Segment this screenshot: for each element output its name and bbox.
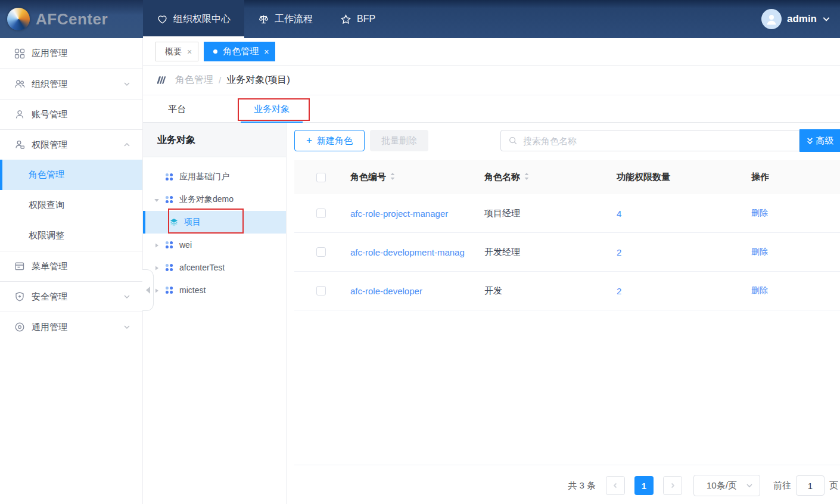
sort-icon[interactable]	[390, 172, 396, 182]
batch-delete-button[interactable]: 批量删除	[370, 130, 428, 151]
double-chevron-down-icon	[806, 136, 814, 145]
sidebar-item-security-management[interactable]: 安全管理	[0, 281, 142, 312]
sidebar-item-general-management[interactable]: 通用管理	[0, 312, 142, 342]
nav-item-org-permission-center[interactable]: 组织权限中心	[143, 0, 244, 38]
perm-count-link[interactable]: 4	[617, 209, 751, 219]
caret-down-icon[interactable]	[153, 196, 160, 203]
brand-name: AFCenter	[36, 10, 108, 29]
target-icon	[14, 322, 25, 332]
breadcrumb: 角色管理 / 业务对象(项目)	[143, 66, 840, 95]
star-icon	[340, 14, 351, 25]
chevron-down-icon	[123, 323, 130, 331]
caret-right-icon[interactable]	[153, 264, 160, 271]
tab-role-management[interactable]: 角色管理 ×	[204, 42, 275, 61]
role-name: 项目经理	[484, 208, 617, 219]
subtab-platform[interactable]: 平台	[155, 95, 199, 122]
sidebar-item-org-management[interactable]: 组织管理	[0, 69, 142, 99]
column-header-role-name[interactable]: 角色名称	[484, 172, 520, 183]
chevron-down-icon	[123, 293, 130, 300]
perm-count-link[interactable]: 2	[617, 247, 751, 257]
sidebar-item-role-management[interactable]: 角色管理	[0, 160, 142, 190]
column-header-role-code[interactable]: 角色编号	[350, 172, 386, 183]
breadcrumb-parent[interactable]: 角色管理	[175, 74, 213, 86]
row-checkbox[interactable]	[316, 209, 326, 218]
sidebar-item-app-management[interactable]: 应用管理	[0, 38, 142, 69]
close-icon[interactable]: ×	[187, 48, 192, 56]
app-grid-icon	[14, 48, 25, 59]
caret-right-icon[interactable]	[153, 287, 160, 294]
scope-tabs: 平台 业务对象	[143, 95, 840, 123]
role-search-box	[500, 130, 799, 151]
table-toolbar: + 新建角色 批量删除 高级	[294, 130, 840, 152]
page-size-select[interactable]: 10条/页	[693, 475, 760, 496]
role-table-panel: + 新建角色 批量删除 高级 角色编号	[287, 123, 840, 504]
chevron-right-icon	[669, 482, 676, 489]
caret-spacer	[153, 173, 160, 181]
tree-item-business-object-demo[interactable]: 业务对象demo	[143, 188, 286, 211]
role-name: 开发	[484, 285, 617, 297]
column-header-perm-count: 功能权限数量	[617, 172, 670, 183]
main-area: 概要 × 角色管理 × 角色管理 / 业务对象(项目) 平台 业务对象	[143, 38, 840, 504]
sidebar-collapse-handle[interactable]	[142, 269, 154, 311]
layers-icon	[169, 217, 179, 227]
advanced-search-button[interactable]: 高级	[799, 129, 840, 152]
close-icon[interactable]: ×	[264, 48, 269, 56]
app-logo-icon	[7, 8, 30, 30]
pagination-divider	[294, 465, 840, 465]
app-dots-icon	[164, 240, 174, 250]
total-count: 共 3 条	[568, 480, 596, 491]
search-input[interactable]	[523, 136, 799, 146]
top-navbar: AFCenter 组织权限中心 工作流程 BFP admin	[0, 0, 840, 38]
avatar	[761, 9, 782, 29]
chevron-up-icon	[123, 141, 130, 148]
top-nav-menu: 组织权限中心 工作流程 BFP	[143, 0, 389, 38]
chevron-down-icon	[822, 15, 830, 23]
nav-item-label: 组织权限中心	[173, 13, 231, 26]
role-name: 开发经理	[484, 247, 617, 258]
sidebar-item-permission-query[interactable]: 权限查询	[0, 190, 142, 220]
select-all-checkbox[interactable]	[316, 173, 326, 182]
chevron-down-icon	[746, 482, 753, 489]
goto-label: 前往	[773, 480, 791, 491]
tree-item-wei[interactable]: wei	[143, 234, 286, 256]
delete-link[interactable]: 删除	[751, 208, 840, 219]
nav-item-workflow[interactable]: 工作流程	[244, 0, 326, 38]
sidebar-item-account-management[interactable]: 账号管理	[0, 99, 142, 129]
sort-icon[interactable]	[524, 172, 530, 182]
nav-item-label: BFP	[357, 14, 375, 24]
delete-link[interactable]: 删除	[751, 285, 840, 296]
active-dot-icon	[213, 49, 217, 54]
caret-right-icon[interactable]	[153, 241, 160, 248]
page-number-current[interactable]: 1	[634, 476, 654, 495]
goto-page-input[interactable]	[796, 475, 825, 496]
tree-item-afcentertest[interactable]: afcenterTest	[143, 256, 286, 279]
sidebar-item-permission-adjust[interactable]: 权限调整	[0, 220, 142, 251]
plus-icon: +	[306, 135, 312, 147]
next-page-button[interactable]	[663, 476, 682, 495]
heart-icon	[157, 14, 168, 25]
row-checkbox[interactable]	[316, 286, 326, 295]
tab-overview[interactable]: 概要 ×	[155, 42, 198, 61]
pagination: 共 3 条 1 10条/页 前往 页	[568, 473, 838, 498]
tree-item-app-base-portal[interactable]: 应用基础门户	[143, 166, 286, 188]
prev-page-button[interactable]	[606, 476, 625, 495]
perm-count-link[interactable]: 2	[617, 286, 751, 296]
breadcrumb-separator: /	[219, 75, 221, 85]
sidebar-item-permission-management[interactable]: 权限管理	[0, 129, 142, 160]
chevron-down-icon	[123, 80, 130, 88]
delete-link[interactable]: 删除	[751, 247, 840, 257]
tree-item-mictest[interactable]: mictest	[143, 279, 286, 301]
nav-item-bfp[interactable]: BFP	[326, 0, 389, 38]
role-code-link[interactable]: afc-role-development-manag	[350, 247, 484, 257]
role-code-link[interactable]: afc-role-developer	[350, 286, 484, 296]
role-code-link[interactable]: afc-role-project-manager	[350, 209, 484, 219]
tree-item-project[interactable]: 项目	[143, 211, 286, 234]
new-role-button[interactable]: + 新建角色	[294, 130, 365, 151]
sidebar-item-menu-management[interactable]: 菜单管理	[0, 251, 142, 281]
subtab-business-object[interactable]: 业务对象	[241, 95, 303, 122]
goto-unit: 页	[829, 480, 838, 491]
user-menu[interactable]: admin	[761, 0, 840, 38]
username: admin	[787, 13, 817, 25]
row-checkbox[interactable]	[316, 247, 326, 257]
person-icon	[764, 12, 779, 26]
